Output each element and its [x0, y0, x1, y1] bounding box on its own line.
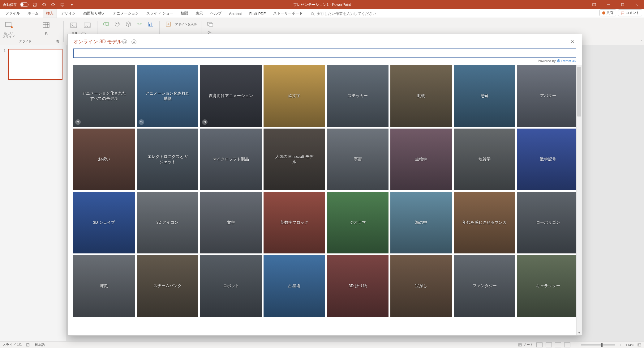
category-tile[interactable]: お祝い	[73, 129, 135, 190]
category-label: ステッカー	[348, 93, 368, 98]
category-tile[interactable]: エレクトロニクスとガ ジェット	[137, 129, 198, 190]
category-tile[interactable]: マイクロソフト製品	[200, 129, 262, 190]
category-label: 教育向けアニメーション	[209, 93, 253, 98]
svg-point-41	[122, 40, 127, 44]
animated-badge-icon	[202, 119, 208, 125]
dialog-search-input[interactable]	[73, 49, 576, 58]
category-label: アニメーション化された すべてのモデル	[82, 91, 126, 101]
category-grid: アニメーション化された すべてのモデルアニメーション化された 動物教育向けアニメ…	[73, 65, 579, 317]
category-label: ローポリゴン	[536, 220, 560, 225]
category-tile[interactable]: ファンタジー	[454, 255, 515, 317]
category-tile[interactable]: アニメーション化された 動物	[137, 65, 198, 127]
category-tile[interactable]: 絵文字	[264, 65, 325, 127]
category-tile[interactable]: 数学記号	[517, 129, 579, 190]
category-tile[interactable]: アニメーション化された すべてのモデル	[73, 65, 135, 127]
category-label: 英数字ブロック	[280, 220, 308, 225]
scroll-thumb[interactable]	[577, 67, 581, 117]
category-tile[interactable]: 宇宙	[327, 129, 389, 190]
category-label: 文字	[227, 220, 235, 225]
powered-by-service: Remix 3D	[561, 59, 576, 63]
remix3d-icon	[557, 59, 560, 63]
category-tile[interactable]: ステッカー	[327, 65, 389, 127]
category-label: 彫刻	[100, 283, 108, 288]
category-label: 数学記号	[540, 157, 556, 162]
powered-by-line: Powered by Remix 3D	[68, 58, 582, 65]
svg-point-46	[135, 41, 135, 41]
category-label: ロボット	[223, 283, 239, 288]
category-tile[interactable]: アバター	[517, 65, 579, 127]
category-label: 宝探し	[415, 283, 427, 288]
feedback-frown-icon[interactable]	[131, 39, 137, 45]
category-tile[interactable]: 占星術	[264, 255, 325, 317]
category-label: 占星術	[288, 283, 300, 288]
category-tile[interactable]: 年代を感じさせるマンガ	[454, 192, 515, 253]
svg-point-43	[125, 41, 126, 41]
category-label: ファンタジー	[473, 283, 497, 288]
category-label: 恐竜	[481, 93, 489, 98]
category-label: 宇宙	[354, 157, 362, 162]
animated-badge-icon	[139, 119, 144, 125]
category-label: 海の中	[415, 220, 427, 225]
category-label: 生物学	[415, 157, 427, 162]
category-label: ジオラマ	[350, 220, 366, 225]
category-label: 3D アイコン	[157, 220, 178, 225]
category-tile[interactable]: 彫刻	[73, 255, 135, 317]
category-tile[interactable]: 3D 折り紙	[327, 255, 389, 317]
category-label: アニメーション化された 動物	[145, 91, 190, 101]
category-tile[interactable]: キャラクター	[517, 255, 579, 317]
svg-point-42	[124, 41, 124, 41]
category-tile[interactable]: 教育向けアニメーション	[200, 65, 262, 127]
feedback-smile-icon[interactable]	[122, 39, 127, 45]
category-label: スチームパンク	[153, 283, 182, 288]
category-label: 動物	[417, 93, 425, 98]
category-label: キャラクター	[536, 283, 560, 288]
animated-badge-icon	[75, 119, 81, 125]
dialog-close-button[interactable]: ✕	[569, 38, 576, 45]
category-tile[interactable]: 生物学	[390, 129, 452, 190]
svg-point-45	[133, 41, 134, 41]
dialog-scrollbar[interactable]: ▲ ▼	[576, 65, 582, 335]
category-tile[interactable]: 英数字ブロック	[264, 192, 325, 253]
category-tile[interactable]: 宝探し	[390, 255, 452, 317]
category-label: 人気の Minecraft モデ ル	[275, 154, 313, 164]
category-tile[interactable]: 動物	[390, 65, 452, 127]
category-label: アバター	[540, 93, 556, 98]
category-tile[interactable]: 海の中	[390, 192, 452, 253]
category-tile[interactable]: 地質学	[454, 129, 515, 190]
category-label: マイクロソフト製品	[213, 157, 249, 162]
category-label: エレクトロニクスとガ ジェット	[148, 154, 188, 164]
category-tile[interactable]: 3D アイコン	[137, 192, 198, 253]
category-tile[interactable]: ジオラマ	[327, 192, 389, 253]
online-3d-models-dialog-mask: オンライン 3D モデル ✕ Powered by Remix 3D アニメーシ…	[0, 0, 644, 348]
category-tile[interactable]: 文字	[200, 192, 262, 253]
category-tile[interactable]: 3D シェイプ	[73, 192, 135, 253]
category-tile[interactable]: ロボット	[200, 255, 262, 317]
category-tile[interactable]: ローポリゴン	[517, 192, 579, 253]
category-label: 3D 折り紙	[349, 283, 367, 288]
scroll-down-button[interactable]: ▼	[577, 330, 582, 335]
online-3d-models-dialog: オンライン 3D モデル ✕ Powered by Remix 3D アニメーシ…	[67, 34, 582, 336]
category-label: お祝い	[98, 157, 110, 162]
svg-point-44	[132, 40, 136, 44]
category-tile[interactable]: 人気の Minecraft モデ ル	[264, 129, 325, 190]
category-label: 地質学	[479, 157, 491, 162]
category-label: 年代を感じさせるマンガ	[462, 220, 507, 225]
category-tile[interactable]: スチームパンク	[137, 255, 198, 317]
category-label: 3D シェイプ	[93, 220, 115, 225]
dialog-title: オンライン 3D モデル	[73, 39, 122, 45]
category-label: 絵文字	[288, 93, 300, 98]
powered-by-prefix: Powered by	[538, 59, 556, 63]
category-tile[interactable]: 恐竜	[454, 65, 515, 127]
